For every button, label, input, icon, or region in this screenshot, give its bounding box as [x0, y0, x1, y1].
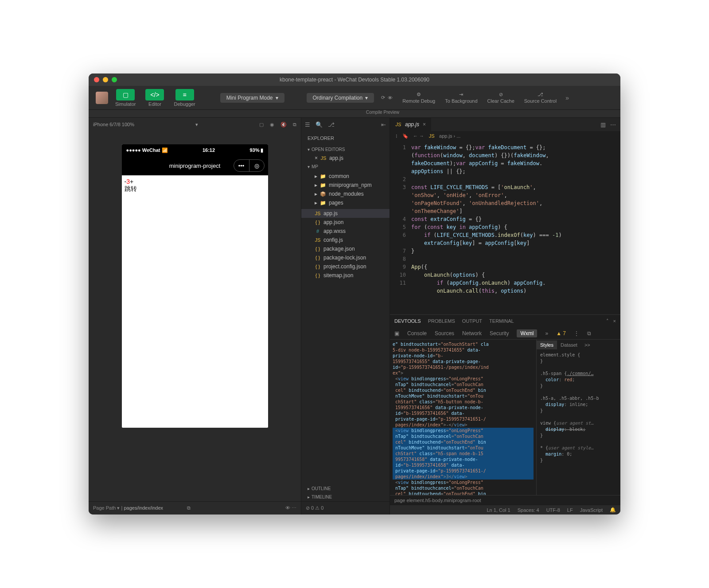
file-package.json[interactable]: { } package.json: [301, 244, 390, 253]
folder-node_modules[interactable]: ▸ 📦 node_modules: [301, 190, 390, 198]
devtools-tab[interactable]: DEVTOOLS: [394, 318, 421, 324]
code-editor[interactable]: var fakeWindow = {};var fakeDocument = {…: [409, 141, 620, 314]
encoding-indicator[interactable]: UTF-8: [546, 507, 560, 513]
search-icon[interactable]: 🔍: [316, 121, 323, 128]
app-window: kbone-template-preact - WeChat Devtools …: [89, 74, 620, 514]
main-toolbar: ▢Simulator </>Editor ≡Debugger Mini Prog…: [89, 86, 620, 110]
file-app.wxss[interactable]: # app.wxss: [301, 227, 390, 236]
miniprogram-title: miniprogram-project: [169, 162, 221, 169]
project-root[interactable]: ▾ MP: [301, 162, 390, 171]
mode-select[interactable]: Mini Program Mode ▾: [220, 93, 284, 103]
editor-tabbar: JSapp.js× ▥⋯: [390, 118, 620, 131]
devtools-panel: DEVTOOLS PROBLEMS OUTPUT TERMINAL ˄× ▣ C…: [390, 314, 620, 505]
phone-frame: ●●●●● WeChat 📶 16:12 93% ▮ miniprogram-p…: [122, 144, 268, 428]
split-icon[interactable]: ▥: [600, 121, 606, 128]
bookmark-icon[interactable]: 🔖: [402, 133, 409, 139]
clear-cache-button[interactable]: ⊘Clear Cache: [485, 92, 517, 104]
dots-icon[interactable]: ⋯: [292, 505, 296, 511]
styles-tab[interactable]: Styles: [537, 340, 557, 349]
page-path-label: Page Path: [93, 505, 116, 511]
file-app.json[interactable]: { } app.json: [301, 218, 390, 227]
file-package-lock.json[interactable]: { } package-lock.json: [301, 253, 390, 262]
page-path-input[interactable]: [124, 505, 186, 511]
phone-statusbar: ●●●●● WeChat 📶 16:12 93% ▮: [122, 144, 268, 156]
sources-tab[interactable]: Sources: [435, 330, 454, 337]
titlebar: kbone-template-preact - WeChat Devtools …: [89, 74, 620, 86]
file-sitemap.json[interactable]: { } sitemap.json: [301, 271, 390, 280]
folder-common[interactable]: ▸ 📁 common: [301, 172, 390, 181]
editor-panel: JSapp.js× ▥⋯ ⫶ 🔖 ← → JSapp.js › ... 1 23…: [390, 118, 620, 514]
explorer-panel: ☰ 🔍 ⎇ ⇤ EXPLORER ▾ OPEN EDITORS ×JSapp.j…: [301, 118, 390, 514]
to-background-button[interactable]: ⇥To Background: [442, 92, 480, 104]
collapse-icon[interactable]: ⇤: [381, 121, 386, 128]
console-tab[interactable]: Console: [407, 330, 427, 337]
warning-count[interactable]: ▲ 7: [556, 330, 566, 337]
mute-icon[interactable]: 🔇: [280, 122, 287, 128]
inspect-icon[interactable]: ▣: [394, 330, 399, 337]
dock-icon[interactable]: ⧉: [587, 330, 591, 337]
phone-header: miniprogram-project •••◎: [122, 156, 268, 175]
avatar[interactable]: [96, 92, 108, 104]
file-app.js[interactable]: JS app.js: [301, 209, 390, 218]
network-tab[interactable]: Network: [462, 330, 482, 337]
source-control-button[interactable]: ⎇Source Control: [522, 92, 559, 104]
wxml-tab[interactable]: Wxml: [517, 329, 537, 337]
status-problems[interactable]: ⊘ 0 ⚠ 0: [306, 505, 323, 511]
folder-pages[interactable]: ▸ 📁 pages: [301, 198, 390, 207]
close-icon[interactable]: ×: [613, 318, 616, 324]
problems-tab[interactable]: PROBLEMS: [428, 318, 455, 324]
debugger-button[interactable]: ≡Debugger: [171, 89, 198, 107]
styles-rules[interactable]: element.style {} .h5-span {./common/… co…: [537, 350, 620, 465]
jump-link[interactable]: 跳转: [125, 185, 265, 193]
capsule-button[interactable]: •••◎: [234, 159, 265, 172]
compile-select[interactable]: Ordinary Compilation ▾: [307, 93, 374, 103]
gutter: 1 23 456 7891011: [390, 141, 409, 314]
more-icon[interactable]: »: [564, 93, 571, 103]
outline-section[interactable]: ▸ OUTLINE: [301, 484, 390, 493]
styles-panel: Styles Dataset >> element.style {} .h5-s…: [536, 340, 620, 495]
more-icon[interactable]: ⋯: [610, 121, 616, 128]
device-icon[interactable]: ▢: [259, 122, 264, 128]
remote-debug-button[interactable]: ⚙Remote Debug: [400, 92, 438, 104]
breadcrumb: ⫶ 🔖 ← → JSapp.js › ...: [390, 131, 620, 141]
explorer-title: EXPLORER: [301, 131, 390, 145]
language-indicator[interactable]: JavaScript: [580, 507, 603, 513]
phone-time: 16:12: [203, 147, 215, 153]
folder-miniprogram_npm[interactable]: ▸ 📁 miniprogram_npm: [301, 181, 390, 190]
editor-button[interactable]: </>Editor: [143, 89, 167, 107]
open-editors-section[interactable]: ▾ OPEN EDITORS: [301, 145, 390, 154]
output-tab[interactable]: OUTPUT: [462, 318, 482, 324]
more-tabs-icon[interactable]: »: [545, 330, 548, 337]
file-project.config.json[interactable]: { } project.config.json: [301, 262, 390, 271]
more-styles-icon[interactable]: >>: [581, 340, 594, 349]
indent-icon[interactable]: ⫶: [395, 133, 398, 139]
kebab-icon[interactable]: ⋮: [574, 330, 579, 337]
simulator-panel: iPhone 6/7/8 100% ▾ ▢ ◉ 🔇 ⧉ ●●●●● WeChat…: [89, 118, 301, 514]
eol-indicator[interactable]: LF: [567, 507, 573, 513]
compile-preview-label: Compile Preview: [366, 110, 399, 115]
security-tab[interactable]: Security: [490, 330, 509, 337]
terminal-tab[interactable]: TERMINAL: [489, 318, 514, 324]
list-icon[interactable]: ☰: [305, 121, 310, 128]
record-icon[interactable]: ◉: [270, 122, 274, 128]
dataset-tab[interactable]: Dataset: [557, 340, 581, 349]
eye-icon[interactable]: 👁: [285, 505, 290, 511]
phone-body[interactable]: -3+ 跳转: [122, 175, 268, 428]
file-config.js[interactable]: JS config.js: [301, 236, 390, 244]
simulator-button[interactable]: ▢Simulator: [113, 89, 138, 107]
bell-icon[interactable]: 🔔: [610, 507, 616, 513]
close-tab-icon[interactable]: ×: [423, 121, 426, 128]
devtools-footer: page element.h5-body.miniprogram-root: [390, 495, 620, 505]
editor-tab[interactable]: JSapp.js×: [390, 118, 431, 131]
cursor-position[interactable]: Ln 1, Col 1: [487, 507, 510, 513]
device-select[interactable]: iPhone 6/7/8 100%: [93, 122, 134, 127]
timeline-section[interactable]: ▸ TIMELINE: [301, 493, 390, 501]
wxml-tree[interactable]: e" bindtouchstart="onTouchStart" cla 5-d…: [390, 340, 536, 495]
branch-icon[interactable]: ⎇: [328, 121, 335, 128]
compile-preview-button[interactable]: ⟳👁: [378, 95, 395, 101]
copy-icon[interactable]: ⧉: [293, 122, 296, 128]
open-editor-item[interactable]: ×JSapp.js: [301, 154, 390, 162]
window-title: kbone-template-preact - WeChat Devtools …: [89, 77, 620, 83]
spaces-indicator[interactable]: Spaces: 4: [518, 507, 539, 513]
chevron-up-icon[interactable]: ˄: [606, 318, 609, 324]
